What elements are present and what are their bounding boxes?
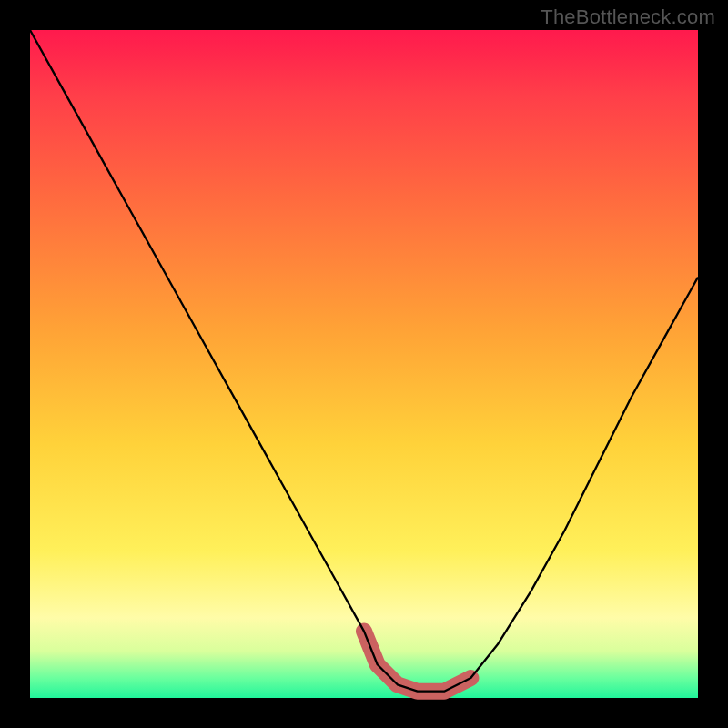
chart-area [30, 30, 698, 698]
watermark-text: TheBottleneck.com [541, 5, 715, 29]
curve-main [30, 30, 698, 692]
bottleneck-curve-svg [30, 30, 698, 698]
curve-highlight-segment [364, 632, 470, 692]
